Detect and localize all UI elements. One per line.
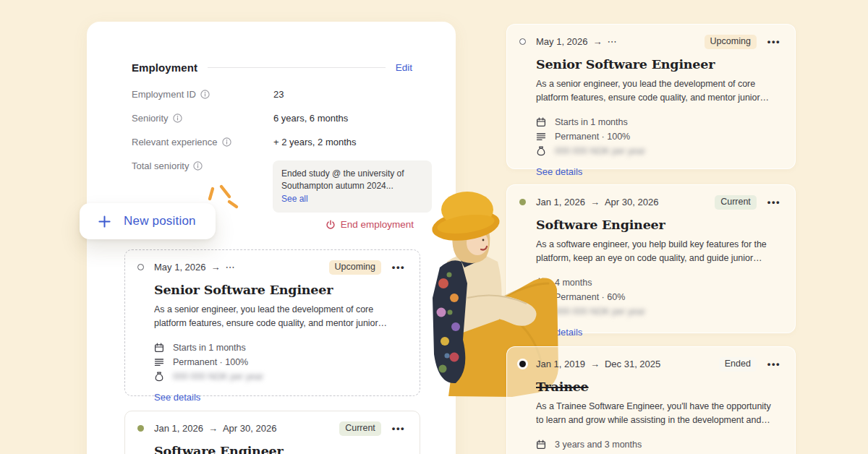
position-card-upcoming[interactable]: May 1, 2026 → ⋯ Upcoming ••• Senior Soft… bbox=[506, 24, 796, 169]
position-title: Senior Software Engineer bbox=[154, 283, 404, 297]
salary-redacted: 000 000 NOK per year bbox=[555, 146, 645, 156]
start-date: Jan 1, 2019 bbox=[536, 359, 585, 369]
more-menu-icon[interactable]: ••• bbox=[767, 197, 780, 207]
status-badge: Current bbox=[715, 195, 757, 210]
spark-decoration-icon bbox=[205, 182, 240, 213]
employment-row: Seniority 6 years, 6 months bbox=[132, 106, 412, 130]
start-date: May 1, 2026 bbox=[536, 36, 588, 47]
employment-header: Employment Edit bbox=[132, 61, 412, 74]
contract-row: Permanent · 100% bbox=[536, 452, 779, 454]
field-label: Total seniority bbox=[132, 160, 189, 171]
position-description: As a software engineer, you help build k… bbox=[536, 238, 779, 266]
contract-row: Permanent · 100% bbox=[154, 355, 404, 369]
plus-icon bbox=[98, 215, 111, 228]
edit-link[interactable]: Edit bbox=[396, 62, 412, 73]
field-label: Seniority bbox=[132, 113, 169, 124]
note-text: Ended study @ the university of Southamp… bbox=[281, 168, 423, 192]
arrow-right-icon: → bbox=[211, 262, 221, 273]
contract-icon bbox=[536, 132, 546, 142]
position-description: As a Trainee Software Engineer, you'll h… bbox=[536, 400, 779, 428]
employment-row: Relevant experience + 2 years, 2 months bbox=[132, 130, 412, 154]
field-value: + 2 years, 2 months bbox=[273, 137, 357, 147]
start-date: May 1, 2026 bbox=[154, 262, 206, 273]
position-title: Software Engineer bbox=[536, 218, 779, 232]
header-divider bbox=[208, 67, 386, 68]
study-note: Ended study @ the university of Southamp… bbox=[273, 160, 432, 213]
more-menu-icon[interactable]: ••• bbox=[392, 262, 405, 273]
position-card-ended[interactable]: Jan 1, 2019 → Dec 31, 2025 Ended ••• Tra… bbox=[506, 346, 796, 454]
more-menu-icon[interactable]: ••• bbox=[767, 36, 780, 47]
duration-row: Starts in 1 months bbox=[536, 115, 779, 129]
calendar-icon bbox=[536, 117, 546, 127]
info-icon[interactable] bbox=[193, 161, 203, 171]
position-title: Software Engineer bbox=[154, 444, 404, 454]
calendar-icon bbox=[154, 343, 164, 353]
position-description: As a senior engineer, you lead the devel… bbox=[154, 303, 404, 331]
more-menu-icon[interactable]: ••• bbox=[767, 359, 780, 369]
app-screen: Employment Edit Employment ID 23 Seniori… bbox=[0, 0, 868, 454]
field-label: Relevant experience bbox=[132, 137, 218, 147]
status-dot-ended bbox=[519, 361, 526, 367]
arrow-right-icon: → bbox=[590, 359, 600, 369]
position-title: Senior Software Engineer bbox=[536, 57, 779, 72]
status-badge: Ended bbox=[719, 357, 757, 372]
contract-icon bbox=[154, 357, 164, 367]
new-position-button[interactable]: New position bbox=[80, 203, 216, 239]
see-details-link[interactable]: See details bbox=[536, 166, 779, 177]
section-title: Employment bbox=[132, 61, 197, 74]
new-position-label: New position bbox=[124, 214, 196, 228]
status-dot-upcoming bbox=[519, 38, 526, 45]
see-details-link[interactable]: See details bbox=[154, 392, 404, 403]
position-title: Trainee bbox=[536, 380, 779, 394]
see-details-link[interactable]: See details bbox=[536, 327, 779, 338]
position-description: As a senior engineer, you lead the devel… bbox=[536, 77, 779, 106]
end-date: Apr 30, 2026 bbox=[605, 197, 658, 207]
salary-row: 000 000 NOK per year bbox=[154, 369, 404, 384]
money-bag-icon bbox=[536, 146, 546, 156]
status-badge: Upcoming bbox=[329, 260, 381, 275]
arrow-right-icon: → bbox=[590, 197, 600, 207]
start-date: Jan 1, 2026 bbox=[154, 423, 203, 434]
money-bag-icon bbox=[154, 372, 164, 382]
contract-row: Permanent · 60% bbox=[536, 290, 779, 304]
see-all-link[interactable]: See all bbox=[281, 193, 423, 205]
status-dot-upcoming bbox=[137, 264, 144, 270]
status-badge: Upcoming bbox=[705, 35, 757, 49]
salary-row: 000 000 NOK per year bbox=[536, 144, 779, 158]
status-badge: Current bbox=[339, 421, 381, 436]
contract-row: Permanent · 100% bbox=[536, 129, 779, 144]
arrow-right-icon: → bbox=[208, 423, 218, 434]
power-icon bbox=[326, 220, 336, 230]
duration-row: 4 months bbox=[536, 275, 779, 290]
salary-row: 000 000 NOK per year bbox=[536, 304, 779, 319]
end-date: Apr 30, 2026 bbox=[223, 423, 276, 434]
field-value: 6 years, 6 months bbox=[273, 113, 348, 124]
position-card-current[interactable]: Jan 1, 2026 → Apr 30, 2026 Current ••• S… bbox=[124, 411, 420, 454]
info-icon[interactable] bbox=[173, 113, 182, 123]
end-employment-label: End employment bbox=[341, 219, 414, 230]
field-label: Employment ID bbox=[132, 89, 196, 100]
status-dot-current bbox=[137, 425, 144, 432]
duration-row: Starts in 1 months bbox=[154, 340, 404, 355]
duration-row: 3 years and 3 months bbox=[536, 437, 779, 452]
arrow-right-icon: → bbox=[593, 36, 603, 47]
end-date: ⋯ bbox=[608, 36, 617, 47]
field-value: 23 bbox=[273, 89, 284, 100]
info-icon[interactable] bbox=[222, 137, 231, 147]
end-date: ⋯ bbox=[226, 262, 235, 273]
info-icon[interactable] bbox=[200, 90, 210, 99]
end-employment-button[interactable]: End employment bbox=[326, 219, 414, 230]
position-card-upcoming[interactable]: May 1, 2026 → ⋯ Upcoming ••• Senior Soft… bbox=[124, 249, 420, 396]
employment-row: Employment ID 23 bbox=[132, 82, 412, 106]
salary-redacted: 000 000 NOK per year bbox=[173, 372, 263, 382]
end-date: Dec 31, 2025 bbox=[605, 359, 660, 369]
calendar-icon bbox=[536, 440, 546, 450]
more-menu-icon[interactable]: ••• bbox=[392, 423, 405, 434]
